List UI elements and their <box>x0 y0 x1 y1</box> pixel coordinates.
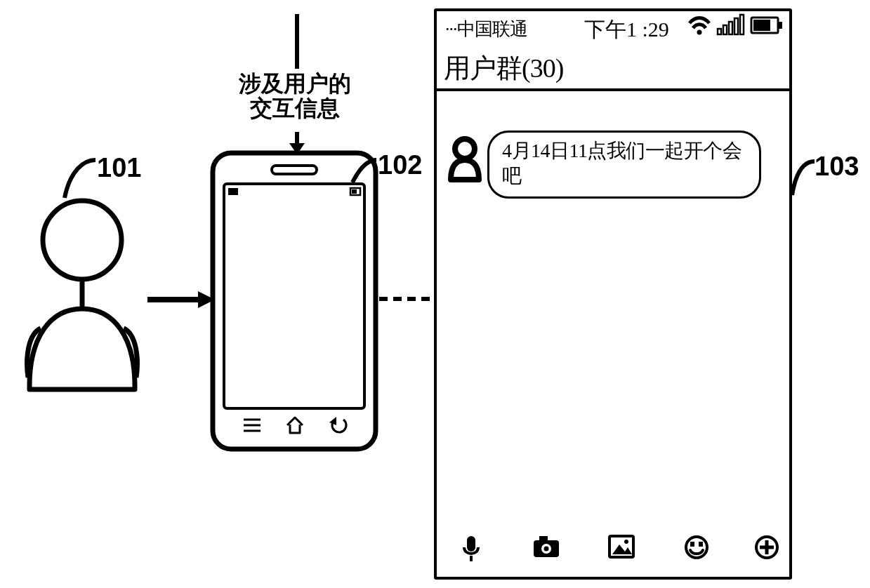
tag-101: 101 <box>97 153 141 183</box>
svg-rect-25 <box>778 22 782 29</box>
wifi-icon <box>687 15 712 36</box>
svg-rect-19 <box>718 29 721 34</box>
tag-103: 103 <box>815 152 859 182</box>
svg-marker-35 <box>612 544 632 554</box>
label-line2: 交互信息 <box>250 95 340 121</box>
svg-rect-6 <box>213 153 376 449</box>
voice-icon[interactable] <box>461 535 482 563</box>
svg-rect-31 <box>539 536 548 542</box>
arrow-right <box>147 289 215 310</box>
svg-rect-9 <box>228 188 235 195</box>
group-title[interactable]: 用户群(30) <box>444 51 563 86</box>
svg-rect-8 <box>224 184 364 408</box>
svg-rect-38 <box>690 542 694 547</box>
status-bar: ···中国联通 下午1 :29 <box>437 11 789 42</box>
signal-bars-icon <box>718 15 746 36</box>
svg-rect-20 <box>723 25 727 34</box>
svg-point-36 <box>624 540 628 544</box>
small-phone-nav <box>210 415 378 441</box>
svg-rect-23 <box>740 15 744 34</box>
svg-point-27 <box>455 139 475 159</box>
svg-rect-28 <box>467 536 475 552</box>
svg-rect-10 <box>235 188 238 195</box>
sender-avatar-icon[interactable] <box>444 135 486 184</box>
picture-icon[interactable] <box>608 535 635 559</box>
small-phone <box>210 150 378 452</box>
chat-screen: ···中国联通 下午1 :29 用户群(30) <box>434 8 792 580</box>
svg-rect-26 <box>753 20 770 31</box>
clock: 下午1 :29 <box>584 15 669 44</box>
camera-icon[interactable] <box>532 535 560 559</box>
svg-point-3 <box>43 201 121 279</box>
user-figure <box>15 196 149 386</box>
svg-rect-7 <box>272 166 317 174</box>
battery-icon <box>750 15 784 36</box>
svg-point-18 <box>697 30 702 35</box>
svg-rect-39 <box>699 542 703 547</box>
interaction-label: 涉及用户的 交互信息 <box>214 72 376 121</box>
add-icon[interactable] <box>754 535 779 560</box>
header-divider <box>435 88 791 91</box>
chat-toolbar <box>437 529 789 568</box>
tag-102: 102 <box>378 150 422 180</box>
label-line1: 涉及用户的 <box>239 71 351 96</box>
emoji-icon[interactable] <box>684 535 709 560</box>
svg-point-33 <box>544 547 549 552</box>
carrier-label: ···中国联通 <box>445 17 527 41</box>
dashed-connector <box>379 292 438 306</box>
svg-rect-22 <box>734 18 738 34</box>
message-bubble[interactable]: 4月14日11点我们一起开个会吧 <box>487 131 761 199</box>
svg-rect-21 <box>729 22 732 34</box>
message-text: 4月14日11点我们一起开个会吧 <box>502 140 742 187</box>
